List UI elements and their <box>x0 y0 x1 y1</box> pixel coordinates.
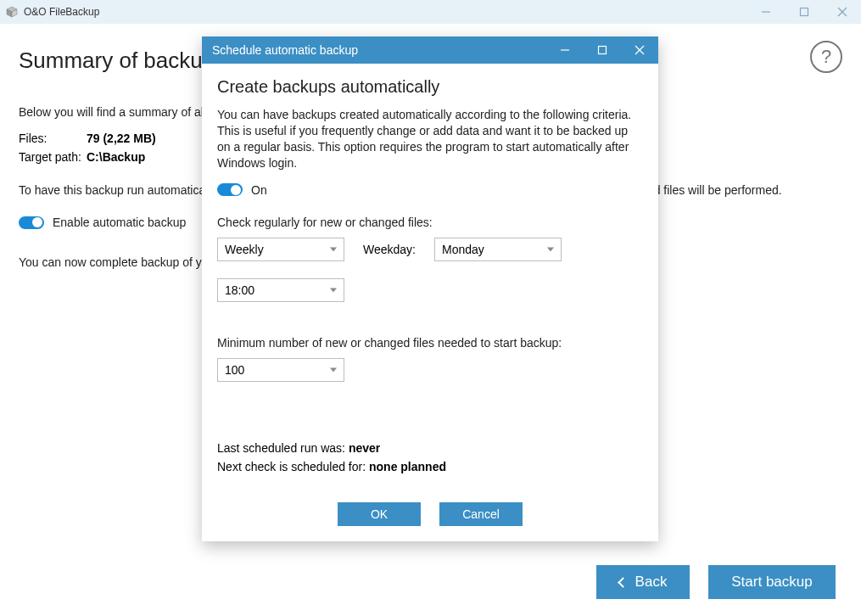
time-value: 18:00 <box>225 283 254 297</box>
files-label: Files: <box>19 132 87 145</box>
app-icon <box>5 5 19 19</box>
schedule-backup-dialog: Schedule automatic backup Create backups… <box>202 36 658 541</box>
files-value: 79 (2,22 MB) <box>87 132 156 145</box>
dialog-minimize-button[interactable] <box>546 36 584 64</box>
dialog-description: You can have backups created automatical… <box>217 107 643 171</box>
schedule-on-label: On <box>251 183 267 197</box>
min-files-label: Minimum number of new or changed files n… <box>217 336 643 350</box>
min-files-dropdown[interactable]: 100 <box>217 358 344 382</box>
last-run-line: Last scheduled run was: never <box>217 441 643 455</box>
dialog-title: Schedule automatic backup <box>212 43 358 57</box>
schedule-on-row: On <box>217 183 643 197</box>
next-check-prefix: Next check is scheduled for: <box>217 460 369 473</box>
chevron-down-icon <box>330 367 337 372</box>
weekday-label: Weekday: <box>363 243 416 256</box>
svg-rect-4 <box>800 8 808 16</box>
back-button-label: Back <box>635 574 668 591</box>
start-backup-button[interactable]: Start backup <box>708 565 836 599</box>
maximize-button[interactable] <box>785 0 823 24</box>
dialog-titlebar: Schedule automatic backup <box>202 36 658 64</box>
next-check-value: none planned <box>369 460 446 473</box>
start-backup-button-label: Start backup <box>731 574 812 591</box>
back-button[interactable]: Back <box>596 565 690 599</box>
cancel-button-label: Cancel <box>462 507 500 521</box>
schedule-on-toggle[interactable] <box>217 183 243 196</box>
last-run-value: never <box>349 441 380 455</box>
ok-button-label: OK <box>371 507 388 521</box>
app-title: O&O FileBackup <box>24 6 99 18</box>
window-titlebar: O&O FileBackup <box>0 0 861 24</box>
dialog-footer: OK Cancel <box>217 502 643 526</box>
check-regularly-label: Check regularly for new or changed files… <box>217 216 643 229</box>
dialog-close-button[interactable] <box>621 36 658 64</box>
dialog-heading: Create backups automatically <box>217 77 643 97</box>
target-label: Target path: <box>19 150 87 164</box>
close-button[interactable] <box>823 0 861 24</box>
frequency-dropdown[interactable]: Weekly <box>217 238 344 261</box>
chevron-down-icon <box>547 247 554 251</box>
cancel-button[interactable]: Cancel <box>439 502 523 526</box>
ok-button[interactable]: OK <box>338 502 421 526</box>
minimize-button[interactable] <box>746 0 785 24</box>
min-files-value: 100 <box>225 363 244 377</box>
enable-auto-backup-label: Enable automatic backup <box>53 216 186 229</box>
time-dropdown[interactable]: 18:00 <box>217 278 344 302</box>
frequency-value: Weekly <box>225 243 264 256</box>
frequency-row: Weekly Weekday: Monday <box>217 238 643 261</box>
schedule-status: Last scheduled run was: never Next check… <box>217 441 643 473</box>
dialog-maximize-button[interactable] <box>584 36 621 64</box>
target-value: C:\Backup <box>87 150 145 164</box>
weekday-value: Monday <box>442 243 484 256</box>
footer-buttons: Back Start backup <box>596 565 836 599</box>
chevron-down-icon <box>330 247 337 251</box>
weekday-dropdown[interactable]: Monday <box>434 238 562 261</box>
chevron-left-icon <box>619 574 627 591</box>
dialog-body: Create backups automatically You can hav… <box>202 64 658 541</box>
svg-rect-8 <box>599 47 607 54</box>
next-check-line: Next check is scheduled for: none planne… <box>217 460 643 473</box>
last-run-prefix: Last scheduled run was: <box>217 441 349 455</box>
enable-auto-backup-toggle[interactable] <box>19 216 44 229</box>
chevron-down-icon <box>330 288 337 292</box>
help-button[interactable]: ? <box>810 41 842 73</box>
